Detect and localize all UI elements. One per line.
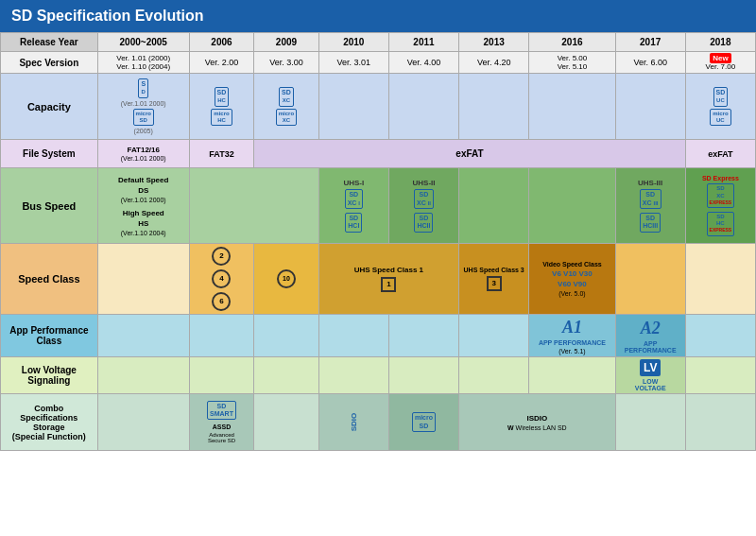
busspeed-label: Bus Speed	[1, 168, 98, 244]
a1-icon: A1	[562, 318, 582, 337]
capacity-2016	[529, 74, 615, 140]
lv-2000	[97, 357, 189, 394]
sc-2013: UHS Speed Class 3 3	[459, 244, 529, 315]
fs-2009: exFAT	[254, 140, 686, 168]
fs-2018: exFAT	[685, 140, 755, 168]
fs-2000: FAT12/16(Ver.1.01 2000)	[97, 140, 189, 168]
uhs3-badge: 3	[487, 276, 502, 291]
bs-2011: UHS-II SDXC II SDHCII	[388, 168, 458, 244]
bs-2017: UHS-III SDXC III SDHCIII	[615, 168, 685, 244]
appperf-label: App Performance Class	[1, 315, 98, 357]
combo-2018	[685, 394, 755, 451]
capacity-label: Capacity	[1, 74, 98, 140]
col-header-label: Release Year	[1, 33, 98, 52]
capacity-2006: SDHC microHC	[189, 74, 253, 140]
combo-2000	[97, 394, 189, 451]
sc-2017	[615, 244, 685, 315]
spec-ver-2011: Ver. 4.00	[388, 52, 458, 74]
a2-icon: A2	[641, 319, 661, 338]
class6-badge: 6	[212, 292, 231, 311]
new-badge: New	[710, 53, 730, 63]
capacity-2013	[459, 74, 529, 140]
col-header-2013: 2013	[459, 33, 529, 52]
capacity-2017	[615, 74, 685, 140]
combo-2011: microSD	[388, 394, 458, 451]
col-header-2017: 2017	[615, 33, 685, 52]
title-bar: SD Specification Evolution	[0, 0, 756, 32]
spec-ver-2013: Ver. 4.20	[459, 52, 529, 74]
sc-2018	[685, 244, 755, 315]
spec-ver-2017: Ver. 6.00	[615, 52, 685, 74]
ap-2010	[318, 315, 388, 357]
uhs1-badge: 1	[381, 277, 396, 292]
ap-2009	[254, 315, 318, 357]
ap-2006	[189, 315, 253, 357]
lv-2018	[685, 357, 755, 394]
col-header-2009: 2009	[254, 33, 318, 52]
col-header-2016: 2016	[529, 33, 615, 52]
combo-2010: SDIO	[318, 394, 388, 451]
ap-2013	[459, 315, 529, 357]
class10-badge: 10	[277, 269, 296, 288]
spec-ver-2010: Ver. 3.01	[318, 52, 388, 74]
spec-ver-2000: Ver. 1.01 (2000)Ver. 1.10 (2004)	[97, 52, 189, 74]
bs-2018: SD Express SDXCEXPRESS SDHCEXPRESS	[685, 168, 755, 244]
ap-2017: A2 APP PERFORMANCE	[615, 315, 685, 357]
ap-2018	[685, 315, 755, 357]
lv-2010	[318, 357, 388, 394]
col-header-2000: 2000~2005	[97, 33, 189, 52]
lv-icon: LV	[640, 359, 661, 376]
combo-2009	[254, 394, 318, 451]
bs-2010: UHS-I SDXC I SDHCI	[318, 168, 388, 244]
spec-ver-2016: Ver. 5.00Ver. 5.10	[529, 52, 615, 74]
page-title: SD Specification Evolution	[11, 8, 204, 24]
class2-badge: 2	[212, 247, 231, 266]
fs-2006: FAT32	[189, 140, 253, 168]
combo-2006: SDSMART ASSD AdvancedSecure SD	[189, 394, 253, 451]
ap-2011	[388, 315, 458, 357]
lv-2011	[388, 357, 458, 394]
spec-ver-2006: Ver. 2.00	[189, 52, 253, 74]
combo-2017	[615, 394, 685, 451]
combo-2013: ISDIO W Wireless LAN SD	[459, 394, 616, 451]
capacity-2018: SDUC microUC	[685, 74, 755, 140]
sc-2006: 2 4 6	[189, 244, 253, 315]
ap-2016: A1 APP PERFORMANCE (Ver. 5.1)	[529, 315, 615, 357]
combo-label: Combo Specifications Storage(Special Fun…	[1, 394, 98, 451]
ap-2000	[97, 315, 189, 357]
bs-2000: Default Speed DS (Ver.1.01 2000) High Sp…	[97, 168, 189, 244]
spec-ver-2009: Ver. 3.00	[254, 52, 318, 74]
lowvolt-label: Low Voltage Signaling	[1, 357, 98, 394]
lv-2006	[189, 357, 253, 394]
filesystem-label: File System	[1, 140, 98, 168]
lv-2016	[529, 357, 615, 394]
col-header-2018: 2018	[685, 33, 755, 52]
sc-2000	[97, 244, 189, 315]
capacity-2010	[318, 74, 388, 140]
lv-2013	[459, 357, 529, 394]
sc-2009: 10	[254, 244, 318, 315]
sc-2010: UHS Speed Class 1 1	[318, 244, 458, 315]
col-header-2010: 2010	[318, 33, 388, 52]
col-header-2006: 2006	[189, 33, 253, 52]
class4-badge: 4	[212, 269, 231, 288]
spec-ver-2018: NewVer. 7.00	[685, 52, 755, 74]
col-header-2011: 2011	[388, 33, 458, 52]
bs-2013	[459, 168, 529, 244]
speedclass-label: Speed Class	[1, 244, 98, 315]
capacity-2000: SD (Ver.1.01 2000) microSD (2005)	[97, 74, 189, 140]
sc-2016: Video Speed Class V6 V10 V30 V60 V90 (Ve…	[529, 244, 615, 315]
bs-2006	[189, 168, 318, 244]
bs-2016	[529, 168, 615, 244]
capacity-2011	[388, 74, 458, 140]
lv-2017: LV LOWVOLTAGE	[615, 357, 685, 394]
spec-version-label: Spec Version	[1, 52, 98, 74]
capacity-2009: SDXC microXC	[254, 74, 318, 140]
lv-2009	[254, 357, 318, 394]
